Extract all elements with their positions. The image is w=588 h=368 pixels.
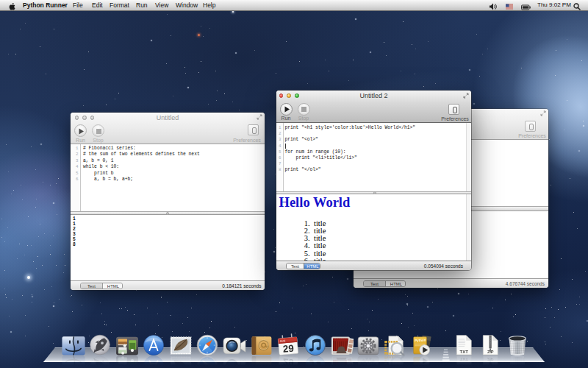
svg-text:29: 29 — [282, 343, 294, 355]
svg-text:ZIP: ZIP — [487, 350, 493, 354]
svg-text:TXT: TXT — [459, 350, 468, 354]
svg-text:Python: Python — [415, 338, 426, 342]
svg-text:AUG: AUG — [280, 339, 286, 343]
